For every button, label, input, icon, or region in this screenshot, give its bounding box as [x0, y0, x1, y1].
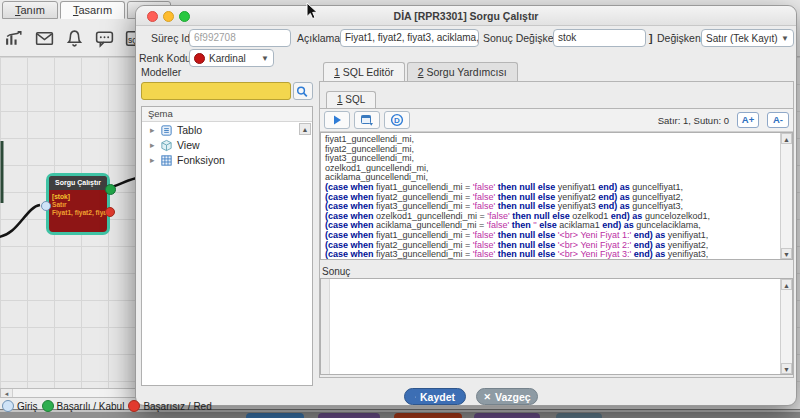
play-icon [330, 113, 344, 130]
legend-item: Başarısız / Red [128, 400, 211, 412]
chevron-down-icon: ▼ [261, 54, 269, 63]
background-window-button [556, 413, 602, 418]
sql-editor-toolbar: D Satır: 1, Sutun: 0 A+ A- [320, 108, 793, 132]
sonuc-degiskeni-field[interactable]: stok [553, 29, 646, 47]
surec-id-field[interactable]: 6f992708 [189, 29, 291, 47]
background-window-button [474, 413, 540, 418]
close-icon: ✕ [483, 392, 491, 402]
node-success-port[interactable] [105, 184, 116, 195]
degisken-tipi-select[interactable]: Satır (Tek Kayıt) ▼ [701, 29, 794, 47]
tab-sql[interactable]: 1 SQL [326, 91, 376, 108]
bell-icon[interactable] [64, 28, 85, 49]
degisken-tipi-value: Satır (Tek Kayıt) [706, 33, 778, 44]
scroll-up-icon[interactable]: ▲ [299, 123, 311, 135]
app-tab-tanım[interactable]: Tanım [2, 1, 58, 19]
node-fail-port[interactable] [105, 207, 115, 217]
cancel-button-label: Vazgeç [495, 391, 531, 403]
expand-caret-icon[interactable]: ▸ [150, 140, 160, 150]
scroll-down-icon[interactable]: ▼ [781, 363, 792, 374]
code-scrollbar[interactable]: ▲ ▼ [780, 133, 792, 259]
modeller-panel: Modeller Şema ▸Tablo▸View▸Fonksiyon ▲ [141, 66, 313, 386]
d-circle-icon: D [390, 113, 404, 130]
search-button[interactable] [293, 82, 313, 100]
sonuc-scrollbar[interactable]: ▲ ▼ [780, 279, 792, 374]
scroll-down-icon[interactable]: ▼ [781, 248, 792, 259]
node-title: Sorgu Çalıştır [49, 176, 107, 190]
window-var-icon [360, 113, 374, 130]
renk-kodu-label: Renk Kodu [139, 52, 191, 64]
dia-helper-button[interactable]: D [384, 111, 410, 129]
tree-item-label: View [177, 139, 200, 151]
schema-tree[interactable]: Şema ▸Tablo▸View▸Fonksiyon ▲ [141, 106, 313, 386]
table-icon [160, 123, 173, 136]
aciklama-label: Açıklama [297, 32, 340, 44]
node-text-line: Fiyat1, fiyat2, fiyat3 [52, 209, 105, 217]
tree-item-fonksiyon[interactable]: ▸Fonksiyon [142, 152, 312, 167]
mail-icon[interactable] [34, 28, 55, 49]
font-increase-button[interactable]: A+ [737, 112, 759, 128]
app-tab-tasarım[interactable]: Tasarım [60, 1, 125, 19]
node-text-line: Satır [52, 201, 105, 209]
sql-code-editor[interactable]: fiyat1_guncellendi_mi,fiyat2_guncellendi… [320, 132, 793, 260]
tab-1-sql-edit-r[interactable]: 1 SQL Editör [323, 62, 405, 81]
tree-item-view[interactable]: ▸View [142, 137, 312, 152]
legend-dot-icon [2, 400, 14, 412]
renk-kodu-value: Kardinal [209, 53, 246, 64]
schema-tree-header: Şema [142, 107, 312, 122]
tab-2-sorgu-yard-mc-s-[interactable]: 2 Sorgu Yardımcısı [407, 62, 518, 81]
cursor-position-status: Satır: 1, Sutun: 0 [658, 115, 729, 126]
scroll-left-icon[interactable]: ◂ [1, 389, 13, 397]
background-window-button [394, 413, 462, 418]
legend-label: Giriş [17, 401, 38, 412]
run-query-button[interactable] [324, 111, 350, 129]
chart-icon[interactable] [4, 28, 25, 49]
dialog-titlebar[interactable]: DİA [RPR3301] Sorgu Çalıştır [136, 6, 796, 26]
node-text-line: [stok] [52, 193, 105, 201]
node-body: [stok]SatırFiyat1, fiyat2, fiyat3 [49, 190, 107, 218]
legend-label: Başarılı / Kabul [57, 401, 125, 412]
color-swatch-icon [194, 53, 205, 64]
renk-kodu-select[interactable]: Kardinal ▼ [189, 49, 274, 67]
legend-dot-icon [42, 400, 54, 412]
modeller-title: Modeller [141, 66, 313, 78]
sonuc-output-area[interactable]: ▲ ▼ [320, 278, 793, 375]
cancel-button[interactable]: ✕ Vazgeç [476, 388, 538, 405]
dialog-title: DİA [RPR3301] Sorgu Çalıştır [136, 10, 796, 22]
function-grid-icon [160, 153, 173, 166]
sonuc-gutter [321, 279, 330, 374]
model-search-input[interactable] [141, 82, 291, 100]
scroll-up-icon[interactable]: ▲ [781, 133, 792, 144]
legend-label: Başarısız / Red [143, 401, 211, 412]
font-decrease-button[interactable]: A- [767, 112, 789, 128]
legend-dot-icon [128, 400, 140, 412]
svg-text:D: D [394, 116, 400, 125]
background-window-button [318, 413, 380, 418]
view-icon [160, 138, 173, 151]
chevron-down-icon: ▼ [781, 34, 789, 43]
tree-item-tablo[interactable]: ▸Tablo [142, 122, 312, 137]
sonuc-close-bracket: ] [649, 32, 653, 44]
sql-editor-pane: 1 SQL D Satır: 1, Sutun: 0 A+ A- fiyat1_… [319, 81, 794, 378]
legend-item: Giriş [2, 400, 38, 412]
expand-caret-icon[interactable]: ▸ [150, 155, 160, 165]
aciklama-field[interactable]: Fiyat1, fiyat2, fiyat3, aciklama, özelko… [340, 29, 479, 47]
node-input-port[interactable] [41, 201, 51, 211]
expand-caret-icon[interactable]: ▸ [150, 125, 160, 135]
save-button[interactable]: Kaydet [404, 388, 466, 405]
legend-item: Başarılı / Kabul [42, 400, 125, 412]
floppy-icon [415, 392, 416, 402]
port-color-legend: GirişBaşarılı / KabulBaşarısız / Red [2, 399, 266, 413]
sonuc-label: Sonuç [322, 266, 350, 277]
sorgu-calistir-dialog: DİA [RPR3301] Sorgu Çalıştır Süreç Id 6f… [135, 5, 797, 406]
surec-id-label: Süreç Id [151, 32, 190, 44]
editor-tabs: 1 SQL Editör2 Sorgu Yardımcısı [319, 62, 794, 81]
save-button-label: Kaydet [420, 391, 455, 403]
tree-item-label: Fonksiyon [177, 154, 225, 166]
sonuc-output-text [333, 281, 778, 372]
insert-variable-button[interactable] [354, 111, 380, 129]
tree-item-label: Tablo [177, 124, 202, 136]
scroll-up-icon[interactable]: ▲ [781, 279, 792, 290]
query-editor-panel: 1 SQL Editör2 Sorgu Yardımcısı 1 SQL D S… [319, 62, 794, 378]
comment-icon[interactable] [94, 28, 115, 49]
flow-node-sorgu-calistir[interactable]: Sorgu Çalıştır [stok]SatırFiyat1, fiyat2… [46, 173, 110, 235]
